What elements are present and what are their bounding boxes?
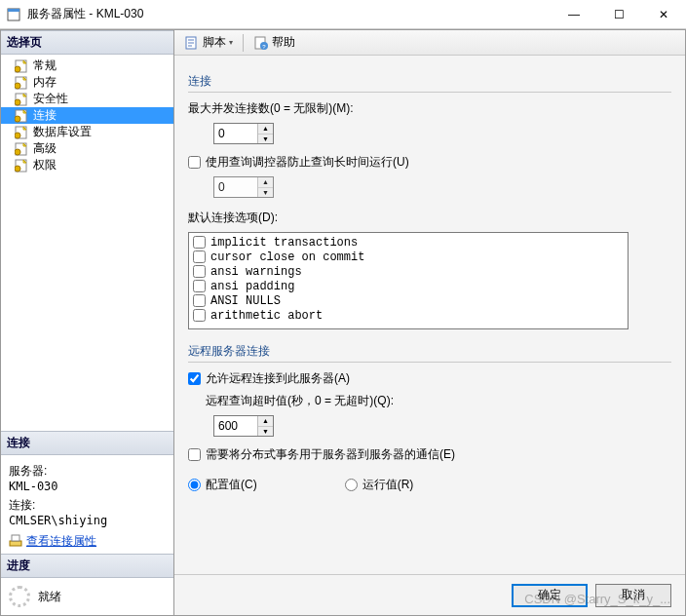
progress-header: 进度	[1, 554, 173, 578]
svg-point-3	[15, 66, 20, 72]
spin-up-icon[interactable]: ▲	[258, 124, 273, 135]
remote-timeout-spinner[interactable]: ▲ ▼	[213, 415, 274, 437]
sidebar: 选择页 常规 内存 安全性 连接 数据库设置	[1, 30, 174, 615]
ok-button[interactable]: 确定	[512, 584, 588, 607]
dist-trans-label: 需要将分布式事务用于服务器到服务器的通信(E)	[206, 446, 455, 463]
server-value: KML-030	[9, 480, 166, 493]
help-icon: ?	[253, 35, 269, 51]
select-page-header: 选择页	[1, 30, 173, 55]
ready-label: 就绪	[38, 589, 61, 605]
spin-up-icon[interactable]: ▲	[258, 177, 273, 188]
spin-down-icon[interactable]: ▼	[258, 135, 273, 144]
list-item[interactable]: ansi padding	[193, 279, 624, 293]
option-label: ansi warnings	[210, 265, 302, 279]
list-item[interactable]: implicit transactions	[193, 235, 624, 250]
option-checkbox[interactable]	[193, 236, 206, 249]
list-item[interactable]: arithmetic abort	[193, 308, 624, 323]
minimize-button[interactable]: —	[552, 0, 596, 28]
svg-rect-17	[12, 535, 19, 541]
option-label: cursor close on commit	[210, 250, 364, 264]
sidebar-item-label: 高级	[33, 140, 57, 157]
svg-point-13	[15, 149, 20, 155]
query-governor-checkbox-row[interactable]: 使用查询调控器防止查询长时间运行(U)	[188, 154, 671, 171]
config-value-radio-row[interactable]: 配置值(C)	[188, 477, 257, 493]
view-connection-props-link[interactable]: 查看连接属性	[26, 533, 96, 550]
sidebar-item-security[interactable]: 安全性	[1, 91, 173, 107]
option-label: implicit transactions	[210, 236, 358, 250]
option-label: ANSI NULLS	[210, 294, 281, 308]
svg-point-5	[15, 83, 20, 89]
script-label: 脚本	[203, 34, 226, 51]
toolbar-separator	[243, 34, 244, 52]
progress-status: 就绪	[1, 578, 173, 615]
script-button[interactable]: 脚本 ▾	[180, 32, 237, 53]
connection-props-icon	[9, 533, 22, 550]
remote-timeout-label: 远程查询超时值(秒，0 = 无超时)(Q):	[206, 393, 671, 409]
svg-point-9	[15, 116, 20, 122]
governor-value-spinner[interactable]: ▲ ▼	[213, 176, 274, 198]
option-checkbox[interactable]	[193, 294, 206, 307]
option-checkbox[interactable]	[193, 250, 206, 263]
allow-remote-row[interactable]: 允许远程连接到此服务器(A)	[188, 370, 671, 387]
running-value-label: 运行值(R)	[362, 477, 414, 493]
sidebar-item-advanced[interactable]: 高级	[1, 140, 173, 157]
sidebar-item-label: 连接	[33, 107, 57, 124]
max-conn-label: 最大并发连接数(0 = 无限制)(M):	[188, 100, 671, 117]
config-value-label: 配置值(C)	[206, 477, 257, 493]
sidebar-item-label: 内存	[33, 74, 57, 91]
maximize-button[interactable]: ☐	[596, 0, 641, 28]
page-icon	[15, 109, 30, 123]
query-governor-checkbox[interactable]	[188, 156, 201, 169]
window-title: 服务器属性 - KML-030	[27, 6, 143, 22]
config-value-radio[interactable]	[188, 479, 201, 491]
sidebar-item-general[interactable]: 常规	[1, 58, 173, 74]
option-checkbox[interactable]	[193, 265, 206, 278]
query-governor-label: 使用查询调控器防止查询长时间运行(U)	[206, 154, 409, 171]
remote-timeout-input[interactable]	[214, 416, 257, 436]
option-checkbox[interactable]	[193, 280, 206, 292]
sidebar-item-database[interactable]: 数据库设置	[1, 124, 173, 140]
cancel-button[interactable]: 取消	[595, 584, 671, 607]
governor-value-input[interactable]	[214, 177, 257, 197]
content-area: 连接 最大并发连接数(0 = 无限制)(M): ▲ ▼ 使用查询调控器防止查	[174, 56, 685, 574]
list-item[interactable]: cursor close on commit	[193, 250, 624, 264]
default-options-listbox[interactable]: implicit transactions cursor close on co…	[188, 232, 629, 329]
connection-header: 连接	[1, 431, 173, 455]
sidebar-item-permissions[interactable]: 权限	[1, 157, 173, 173]
max-conn-spinner[interactable]: ▲ ▼	[213, 123, 274, 144]
progress-spinner-icon	[9, 586, 30, 607]
help-button[interactable]: ? 帮助	[249, 32, 299, 53]
page-icon	[15, 142, 30, 156]
toolbar: 脚本 ▾ ? 帮助	[174, 30, 685, 56]
default-options-label: 默认连接选项(D):	[188, 210, 671, 226]
option-label: ansi padding	[210, 280, 294, 293]
running-value-radio-row[interactable]: 运行值(R)	[345, 477, 414, 493]
page-icon	[15, 159, 30, 173]
max-conn-input[interactable]	[214, 124, 257, 143]
dist-trans-checkbox[interactable]	[188, 448, 201, 461]
spin-down-icon[interactable]: ▼	[258, 427, 273, 437]
svg-rect-1	[8, 9, 19, 12]
help-label: 帮助	[272, 34, 295, 51]
svg-point-11	[15, 133, 20, 138]
window-icon	[6, 7, 21, 22]
list-item[interactable]: ANSI NULLS	[193, 293, 624, 308]
svg-point-7	[15, 99, 20, 105]
dist-trans-row[interactable]: 需要将分布式事务用于服务器到服务器的通信(E)	[188, 446, 671, 463]
allow-remote-checkbox[interactable]	[188, 372, 201, 385]
running-value-radio[interactable]	[345, 479, 358, 491]
page-icon	[15, 76, 30, 90]
close-button[interactable]: ✕	[641, 0, 686, 28]
sidebar-item-connections[interactable]: 连接	[1, 107, 173, 124]
conn-value: CMLSER\shiying	[9, 514, 166, 527]
sidebar-item-label: 常规	[33, 58, 57, 74]
spin-down-icon[interactable]: ▼	[258, 188, 273, 198]
svg-point-15	[15, 166, 20, 172]
sidebar-item-label: 权限	[33, 157, 57, 173]
page-icon	[15, 59, 30, 73]
option-checkbox[interactable]	[193, 309, 206, 322]
chevron-down-icon[interactable]: ▾	[229, 38, 233, 47]
sidebar-item-memory[interactable]: 内存	[1, 74, 173, 91]
list-item[interactable]: ansi warnings	[193, 264, 624, 279]
spin-up-icon[interactable]: ▲	[258, 416, 273, 427]
